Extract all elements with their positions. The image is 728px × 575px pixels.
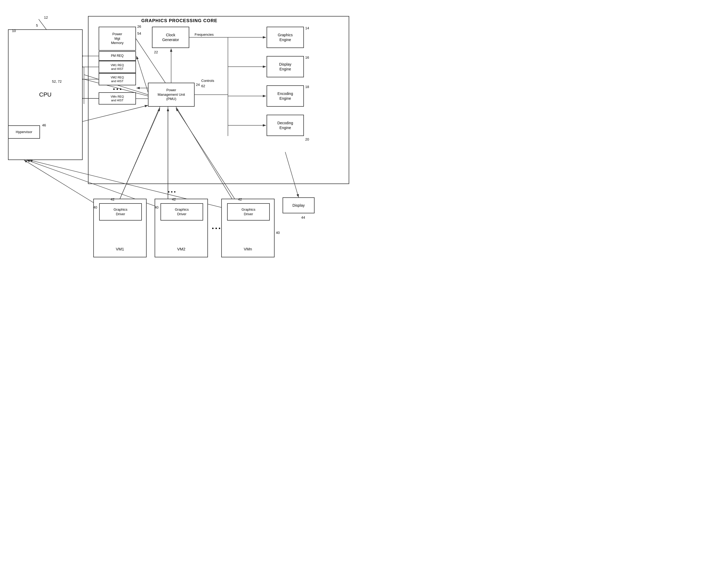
ref-22: 22	[154, 50, 158, 54]
encoding-engine-label: Encoding Engine	[278, 91, 293, 101]
vm1-box: Graphics Driver VM1	[93, 199, 147, 257]
svg-line-37	[39, 19, 47, 30]
gd-vmn-label: Graphics Driver	[242, 207, 255, 216]
gpc-title: GRAPHICS PROCESSING CORE	[141, 18, 218, 24]
ref-42b: 42	[172, 197, 176, 201]
display-engine-box: Display Engine	[266, 56, 304, 77]
display-engine-label: Display Engine	[279, 62, 291, 71]
ref-40b: 40	[155, 205, 158, 209]
gd-vm1-box: Graphics Driver	[99, 203, 142, 221]
graphics-engine-box: Graphics Engine	[266, 27, 304, 48]
clock-generator-box: Clock Generator	[152, 27, 189, 48]
vmn-req-label: VMn REQ and HIST	[111, 95, 124, 102]
pmm-label: Power Mgt Memory	[111, 32, 124, 45]
ref-54: 54	[137, 31, 141, 35]
gd-vm2-box: Graphics Driver	[160, 203, 203, 221]
vm2-box: Graphics Driver VM2	[155, 199, 208, 257]
ref-18: 18	[305, 85, 309, 89]
decoding-engine-box: Decoding Engine	[266, 115, 304, 136]
gd-vmn-box: Graphics Driver	[227, 203, 270, 221]
ref-10: 10	[12, 29, 16, 33]
diagram-container: GRAPHICS PROCESSING CORE CPU Power Mgt M…	[0, 0, 364, 288]
vmn-req-box: VMn REQ and HIST	[99, 92, 136, 105]
dots-vm: • • •	[212, 225, 220, 232]
vmn-box: Graphics Driver VMn	[221, 199, 275, 257]
pmu-label: Power Management Unit (PMU)	[157, 88, 185, 102]
ref-44: 44	[301, 215, 305, 219]
ref-26: 26	[137, 25, 141, 29]
pmm-box: Power Mgt Memory	[99, 27, 136, 51]
ref-14: 14	[305, 26, 309, 30]
vm1-label: VM1	[116, 246, 124, 252]
pm-req-label: PM REQ	[111, 54, 123, 58]
decoding-engine-label: Decoding Engine	[277, 121, 293, 130]
cpu-box: CPU	[8, 29, 83, 160]
pmu-box: Power Management Unit (PMU)	[148, 83, 194, 107]
ref-42a: 42	[111, 197, 114, 201]
pm-req-box: PM REQ	[99, 51, 136, 61]
ref-52-72: 52, 72	[52, 79, 62, 83]
dots-label: • • •	[113, 86, 121, 92]
dots-row: • • •	[99, 86, 136, 92]
dots-above-vms: • • •	[168, 189, 176, 195]
vm1-req-box: VM1 REQ and HIST	[99, 61, 136, 73]
ref-bracket-svg	[36, 16, 51, 31]
gd-vm1-label: Graphics Driver	[114, 207, 128, 216]
vm1-req-label: VM1 REQ and HIST	[111, 63, 124, 71]
ref-40c: 40	[276, 231, 280, 235]
hypervisor-label: Hypervisor	[16, 130, 32, 134]
ref-24: 24	[196, 83, 199, 87]
display-label: Display	[292, 203, 305, 208]
ref-42c: 42	[238, 197, 242, 201]
cpu-label: CPU	[39, 91, 51, 99]
vmn-label: VMn	[244, 246, 252, 252]
encoding-engine-box: Encoding Engine	[266, 86, 304, 107]
ref-12: 12	[44, 15, 48, 20]
ref-5: 5	[36, 24, 38, 28]
ref-16: 16	[305, 56, 309, 60]
vm2-label: VM2	[177, 246, 185, 252]
hypervisor-box: Hypervisor	[8, 125, 40, 139]
vm2-req-box: VM2 REQ and HIST	[99, 73, 136, 86]
vm2-req-label: VM2 REQ and HIST	[111, 75, 124, 83]
frequencies-label: Frequencies	[194, 33, 214, 37]
graphics-engine-label: Graphics Engine	[278, 33, 293, 42]
ref-20: 20	[305, 137, 309, 141]
ref-40a: 40	[93, 205, 97, 209]
ref-62: 62	[201, 84, 205, 88]
controls-label: Controls	[201, 79, 214, 83]
clock-label: Clock Generator	[162, 33, 179, 42]
display-box: Display	[283, 197, 315, 213]
ref-46: 46	[42, 123, 46, 127]
gd-vm2-label: Graphics Driver	[175, 207, 189, 216]
